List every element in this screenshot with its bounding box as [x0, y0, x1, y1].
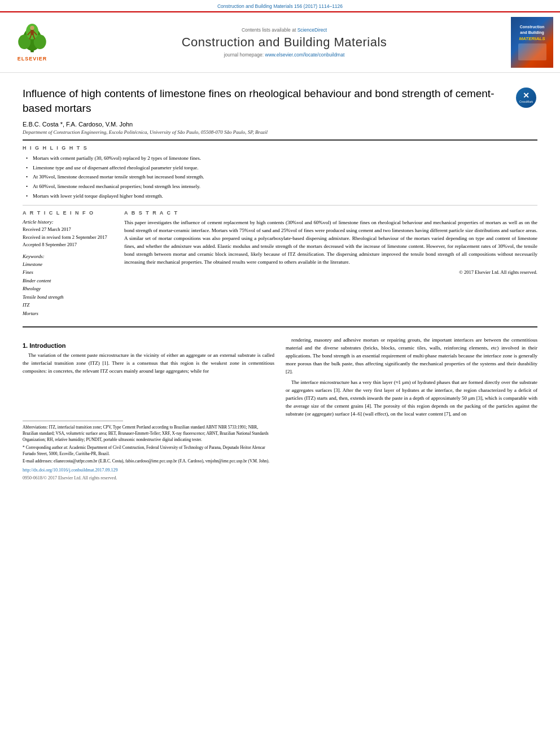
accepted-date: Accepted 8 September 2017: [23, 241, 113, 249]
authors-line: E.B.C. Costa *, F.A. Cardoso, V.M. John: [23, 121, 537, 128]
footnote-divider: [23, 421, 123, 421]
svg-rect-6: [30, 30, 34, 35]
intro-para-3: The interface microstructure has a very …: [286, 379, 537, 418]
keyword-item: Limestone: [23, 260, 113, 268]
homepage-label: journal homepage:: [224, 52, 264, 58]
body-col-left: 1. Introduction The variation of the cem…: [23, 337, 274, 483]
article-title-text: Influence of high contents of limestone …: [23, 86, 515, 115]
body-text-right: rendering, masonry and adhesive mortars …: [286, 337, 537, 418]
highlights-label: H I G H L I G H T S: [23, 145, 537, 151]
intro-heading: 1. Introduction: [23, 342, 274, 349]
abstract-text: This paper investigates the influence of…: [124, 219, 537, 267]
title-divider: [23, 139, 537, 141]
footnote-area: Abbreviations: ITZ, interfacial transiti…: [23, 421, 274, 482]
abstract-divider: [23, 326, 537, 327]
homepage-url: www.elsevier.com/locate/conbuildmat: [265, 52, 345, 58]
intro-number: 1.: [23, 342, 28, 349]
author-names: E.B.C. Costa *, F.A. Cardoso, V.M. John: [23, 121, 133, 128]
keyword-item: Tensile bond strength: [23, 293, 113, 301]
elsevier-tree-icon: [12, 24, 52, 55]
cover-image-placeholder: [518, 43, 546, 60]
intro-title: Introduction: [29, 342, 65, 349]
article-title-section: Influence of high contents of limestone …: [23, 86, 537, 115]
abbreviations-note: Abbreviations: ITZ, interfacial transiti…: [23, 424, 274, 443]
highlight-item: Mortars with lower yield torque displaye…: [25, 191, 537, 201]
sciencedirect-link-anchor[interactable]: ScienceDirect: [298, 27, 327, 33]
received-date: Received 27 March 2017: [23, 226, 113, 234]
svg-point-5: [30, 25, 34, 29]
page: Construction and Building Materials 156 …: [0, 0, 560, 747]
cover-subtitle-text: MATERIALS: [519, 36, 545, 41]
elsevier-label: ELSEVIER: [18, 56, 47, 62]
keywords-list: Limestone Fines Binder content Rheology …: [23, 260, 113, 317]
keyword-item: ITZ: [23, 301, 113, 309]
keywords-group: Keywords: Limestone Fines Binder content…: [23, 254, 113, 317]
issn-line: 0950-0618/© 2017 Elsevier Ltd. All right…: [23, 475, 274, 482]
revised-date: Received in revised form 2 September 201…: [23, 234, 113, 242]
intro-para-2: rendering, masonry and adhesive mortars …: [286, 337, 537, 376]
journal-reference-text: Construction and Building Materials 156 …: [217, 3, 343, 9]
article-info-abstract: A R T I C L E I N F O Article history: R…: [23, 210, 537, 322]
highlight-item: At 60%vol, limestone reduced mechanical …: [25, 182, 537, 191]
crossmark-icon: ✕ CrossMark: [516, 88, 536, 108]
cover-image: Constructionand Building MATERIALS: [511, 17, 553, 68]
doi-link[interactable]: http://dx.doi.org/10.1016/j.conbuildmat.…: [23, 467, 274, 474]
article-history-label: Article history:: [23, 219, 113, 225]
highlight-item: Mortars with cement partially (30, 60%vo…: [25, 154, 537, 163]
keyword-item: Rheology: [23, 285, 113, 292]
article-history-group: Article history: Received 27 March 2017 …: [23, 219, 113, 249]
footnotes: Abbreviations: ITZ, interfacial transiti…: [23, 424, 274, 482]
keyword-item: Mortars: [23, 309, 113, 317]
keyword-item: Fines: [23, 268, 113, 276]
intro-body-text: The variation of the cement paste micros…: [23, 352, 274, 375]
highlight-item: Limestone type and use of dispersant aff…: [25, 163, 537, 173]
main-content: Influence of high contents of limestone …: [0, 73, 560, 493]
emails-note: E-mail addresses: elianecosta@utfpr.com.…: [23, 458, 274, 464]
affiliation-line: Department of Construction Engineering, …: [23, 129, 537, 135]
journal-main-title: Construction and Building Materials: [63, 35, 505, 50]
highlights-section: H I G H L I G H T S Mortars with cement …: [23, 145, 537, 200]
journal-cover: Constructionand Building MATERIALS: [511, 17, 553, 68]
elsevier-logo: ELSEVIER: [7, 24, 58, 62]
keywords-label: Keywords:: [23, 254, 113, 259]
body-col-right: rendering, masonry and adhesive mortars …: [286, 337, 537, 483]
abstract-label: A B S T R A C T: [124, 210, 537, 216]
crossmark-badge: ✕ CrossMark: [515, 86, 537, 109]
journal-homepage: journal homepage: www.elsevier.com/locat…: [63, 52, 505, 58]
article-info-col: A R T I C L E I N F O Article history: R…: [23, 210, 113, 322]
article-info-label: A R T I C L E I N F O: [23, 210, 113, 216]
abstract-col: A B S T R A C T This paper investigates …: [124, 210, 537, 322]
corresponding-note: * Corresponding author at: Academic Depa…: [23, 444, 274, 457]
highlight-item: At 30%vol, limestone decreased mortar te…: [25, 172, 537, 182]
keyword-item: Binder content: [23, 277, 113, 285]
journal-header: ELSEVIER Contents lists available at Sci…: [0, 11, 560, 73]
highlights-list: Mortars with cement partially (30, 60%vo…: [23, 154, 537, 200]
contents-available-text: Contents lists available at: [242, 27, 296, 33]
article-dates: Received 27 March 2017 Received in revis…: [23, 226, 113, 249]
body-section: 1. Introduction The variation of the cem…: [23, 337, 537, 483]
cover-title-text: Constructionand Building: [520, 24, 545, 34]
intro-para-1: The variation of the cement paste micros…: [23, 352, 274, 375]
journal-title-center: Contents lists available at ScienceDirec…: [63, 27, 505, 58]
crossmark-label: CrossMark: [519, 100, 533, 104]
copyright-line: © 2017 Elsevier Ltd. All rights reserved…: [124, 269, 537, 275]
highlights-divider: [23, 205, 537, 206]
journal-reference: Construction and Building Materials 156 …: [0, 0, 560, 11]
sciencedirect-link: Contents lists available at ScienceDirec…: [63, 27, 505, 33]
